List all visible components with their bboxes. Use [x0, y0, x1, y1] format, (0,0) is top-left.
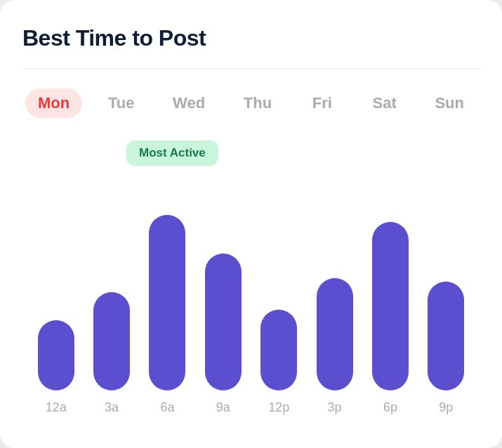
bar-col-6p	[362, 222, 418, 390]
time-label-3a: 3a	[84, 400, 139, 415]
bar-col-12p	[251, 310, 307, 390]
day-tab-tue[interactable]: Tue	[95, 88, 147, 118]
bar-col-3a	[84, 292, 139, 390]
time-label-12p: 12p	[251, 400, 307, 415]
time-labels: 12a3a6a9a12p3p6p9p	[22, 390, 480, 415]
bar-6p[interactable]	[372, 222, 409, 390]
chart-area: Most Active 12a3a6a9a12p3p6p9p	[22, 140, 480, 426]
bars-container	[22, 180, 480, 390]
day-tab-sat[interactable]: Sat	[360, 88, 409, 118]
divider	[22, 68, 480, 69]
time-label-9p: 9p	[418, 400, 474, 415]
bar-12a[interactable]	[38, 320, 74, 390]
bar-12p[interactable]	[260, 310, 297, 390]
time-label-6p: 6p	[362, 400, 418, 415]
day-tab-fri[interactable]: Fri	[298, 88, 347, 118]
bar-col-3p	[307, 278, 362, 390]
day-tab-mon[interactable]: Mon	[25, 88, 82, 118]
card: Best Time to Post MonTueWedThuFriSatSun …	[0, 0, 502, 448]
day-tabs: MonTueWedThuFriSatSun	[22, 88, 480, 118]
day-tab-thu[interactable]: Thu	[231, 88, 284, 118]
page-title: Best Time to Post	[22, 25, 480, 51]
bar-col-6a	[140, 215, 195, 390]
day-tab-wed[interactable]: Wed	[160, 88, 218, 118]
time-label-6a: 6a	[140, 400, 195, 415]
bar-9p[interactable]	[428, 282, 464, 390]
time-label-12a: 12a	[28, 400, 84, 415]
bar-3p[interactable]	[317, 278, 353, 390]
most-active-badge: Most Active	[126, 140, 218, 166]
bar-3a[interactable]	[93, 292, 130, 390]
bar-col-9a	[195, 253, 251, 390]
bar-col-9p	[418, 282, 474, 390]
time-label-3p: 3p	[307, 400, 362, 415]
time-label-9a: 9a	[195, 400, 251, 415]
bar-9a[interactable]	[205, 253, 242, 390]
day-tab-sun[interactable]: Sun	[422, 88, 477, 118]
bar-col-12a	[28, 320, 84, 390]
bar-6a[interactable]	[149, 215, 185, 390]
